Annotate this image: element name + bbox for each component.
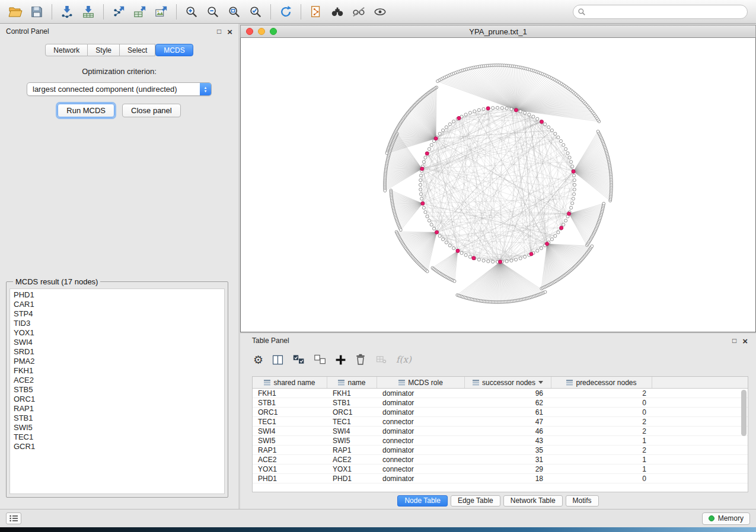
table-row[interactable]: ACE2ACE2connector311	[253, 455, 748, 464]
mcds-result-item[interactable]: TEC1	[10, 432, 224, 442]
close-table-panel-icon[interactable]: ×	[742, 336, 748, 345]
column-type-icon	[566, 380, 573, 386]
select-all-icon[interactable]	[292, 352, 305, 367]
node-table: shared name name MCDS role successor nod…	[252, 376, 748, 492]
export-image-icon[interactable]	[151, 2, 172, 21]
mcds-result-item[interactable]: SWI4	[10, 338, 224, 347]
add-column-icon[interactable]	[335, 352, 346, 367]
criterion-select[interactable]: largest connected component (undirected)…	[27, 82, 212, 96]
optimization-criterion-label: Optimization criterion:	[0, 67, 238, 76]
table-row[interactable]: PHD1PHD1dominator180	[253, 474, 748, 483]
table-row[interactable]: TEC1TEC1connector472	[253, 417, 748, 427]
tab-mcds[interactable]: MCDS	[155, 44, 193, 56]
toolbar-search-field[interactable]	[573, 5, 748, 19]
table-cell: dominator	[377, 475, 465, 483]
zoom-out-icon[interactable]	[202, 2, 224, 21]
tab-edge-table[interactable]: Edge Table	[451, 495, 500, 507]
table-row[interactable]: SWI4SWI4dominator462	[253, 427, 748, 436]
table-panel: Table Panel □ × ⚙ f(x) shared name	[240, 334, 756, 509]
export-table-icon[interactable]	[129, 2, 151, 21]
mcds-result-item[interactable]: STB1	[10, 414, 224, 423]
mcds-result-item[interactable]: SRD1	[10, 347, 224, 357]
mcds-result-item[interactable]: GCR1	[10, 442, 224, 451]
mcds-result-item[interactable]: SWI5	[10, 423, 224, 432]
mcds-result-item[interactable]: RAP1	[10, 404, 224, 414]
sort-descending-icon	[538, 381, 543, 386]
mcds-result-item[interactable]: CAR1	[10, 300, 224, 309]
save-session-icon[interactable]	[26, 2, 47, 21]
table-cell: ORC1	[253, 408, 327, 416]
table-row[interactable]: SWI5SWI5connector431	[253, 436, 748, 446]
deselect-all-icon[interactable]	[314, 352, 327, 367]
mcds-result-item[interactable]: TID3	[10, 319, 224, 328]
import-table-icon[interactable]	[78, 2, 99, 21]
mcds-result-item[interactable]: PMA2	[10, 357, 224, 366]
find-binoculars-icon[interactable]	[327, 2, 348, 21]
zoom-selected-icon[interactable]	[245, 2, 266, 21]
refresh-view-icon[interactable]	[275, 2, 296, 21]
toolbar-separator	[301, 4, 301, 20]
table-cell: RAP1	[253, 446, 327, 454]
close-panel-button[interactable]: Close panel	[122, 104, 181, 117]
table-cell: 2	[551, 446, 652, 454]
network-window-titlebar[interactable]: YPA_prune.txt_1	[240, 25, 756, 38]
show-columns-icon[interactable]	[272, 352, 284, 367]
float-table-panel-icon[interactable]: □	[732, 337, 736, 344]
column-header-mcds-role[interactable]: MCDS role	[377, 377, 465, 388]
tab-style[interactable]: Style	[88, 44, 120, 56]
search-input[interactable]	[586, 6, 747, 18]
table-row[interactable]: ORC1ORC1dominator610	[253, 408, 748, 417]
tab-node-table[interactable]: Node Table	[397, 495, 448, 507]
tab-motifs[interactable]: Motifs	[566, 495, 599, 507]
mcds-result-item[interactable]: PHD1	[10, 290, 224, 300]
table-row[interactable]: RAP1RAP1dominator352	[253, 446, 748, 455]
mcds-result-list[interactable]: PHD1CAR1STP4TID3YOX1SWI4SRD1PMA2FKH1ACE2…	[9, 289, 225, 494]
mcds-result-item[interactable]: YOX1	[10, 328, 224, 338]
tab-network[interactable]: Network	[45, 44, 88, 56]
table-cell: connector	[377, 456, 465, 464]
node-table-body: FKH1FKH1dominator962STB1STB1dominator620…	[253, 389, 748, 483]
hide-details-glasses-icon[interactable]	[348, 2, 369, 21]
table-cell: 1	[551, 456, 652, 464]
import-network-icon[interactable]	[56, 2, 78, 21]
zoom-fit-icon[interactable]	[224, 2, 245, 21]
column-type-icon	[398, 380, 405, 386]
table-toolbar: ⚙ f(x)	[240, 348, 756, 371]
export-network-icon[interactable]	[108, 2, 129, 21]
delete-column-icon[interactable]	[355, 352, 366, 367]
mcds-result-item[interactable]: ORC1	[10, 395, 224, 404]
table-cell: RAP1	[327, 446, 377, 454]
column-header-shared-name[interactable]: shared name	[253, 377, 327, 388]
network-graph-svg[interactable]	[241, 38, 755, 332]
table-cell: ORC1	[327, 408, 377, 416]
column-header-predecessor-nodes[interactable]: predecessor nodes	[551, 377, 652, 388]
mcds-result-item[interactable]: STP4	[10, 309, 224, 319]
table-scrollbar-thumb[interactable]	[741, 390, 747, 436]
table-cell: connector	[377, 418, 465, 426]
task-history-button[interactable]	[6, 512, 21, 524]
clone-network-icon[interactable]	[305, 2, 327, 21]
open-session-icon[interactable]	[5, 2, 26, 21]
run-mcds-button[interactable]: Run MCDS	[58, 104, 114, 117]
show-details-eye-icon[interactable]	[369, 2, 391, 21]
tab-network-table[interactable]: Network Table	[503, 495, 563, 507]
close-panel-icon[interactable]: ×	[227, 27, 232, 36]
table-row[interactable]: YOX1YOX1connector291	[253, 464, 748, 474]
zoom-in-icon[interactable]	[181, 2, 202, 21]
float-panel-icon[interactable]: □	[217, 28, 221, 35]
column-header-successor-nodes[interactable]: successor nodes	[465, 377, 551, 388]
memory-button[interactable]: Memory	[702, 512, 750, 525]
tab-select[interactable]: Select	[120, 44, 155, 56]
mcds-result-item[interactable]: ACE2	[10, 376, 224, 385]
mcds-result-item[interactable]: STB5	[10, 385, 224, 395]
table-settings-gear-icon[interactable]: ⚙	[253, 352, 263, 367]
mcds-result-item[interactable]: FKH1	[10, 366, 224, 376]
table-cell: STB1	[327, 399, 377, 407]
table-scrollbar[interactable]	[741, 390, 747, 489]
function-builder-icon: f(x)	[396, 354, 412, 365]
column-header-name[interactable]: name	[327, 377, 377, 388]
table-row[interactable]: STB1STB1dominator620	[253, 398, 748, 408]
table-cell: 18	[465, 475, 551, 483]
table-row[interactable]: FKH1FKH1dominator962	[253, 389, 748, 398]
network-canvas[interactable]	[240, 38, 756, 332]
